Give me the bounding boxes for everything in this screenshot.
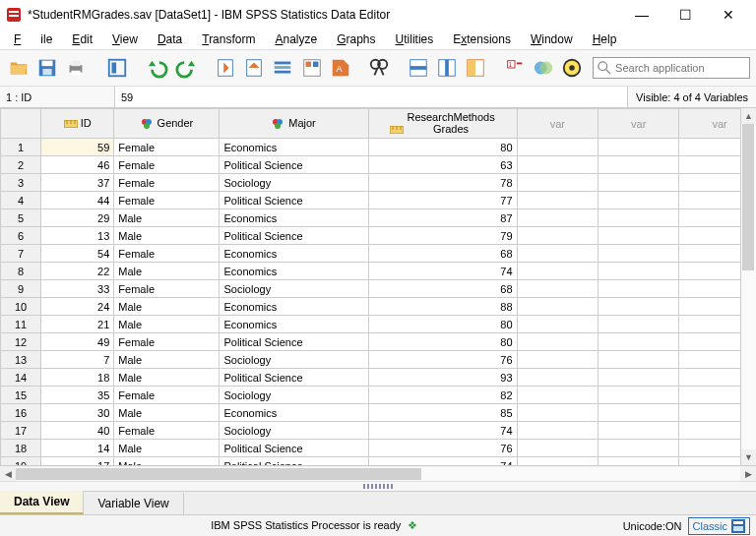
row-number[interactable]: 10 <box>1 298 41 316</box>
cell-major[interactable]: Political Science <box>220 333 368 351</box>
cell-empty[interactable] <box>679 280 740 298</box>
cell-gender[interactable]: Female <box>114 245 220 263</box>
cell-grade[interactable]: 76 <box>368 440 517 457</box>
cell-grade[interactable]: 74 <box>368 422 517 440</box>
cell-major[interactable]: Economics <box>220 316 368 333</box>
cell-empty[interactable] <box>598 174 678 192</box>
cell-empty[interactable] <box>598 387 678 404</box>
scrollbar-track[interactable] <box>16 467 740 481</box>
cell-major[interactable]: Sociology <box>220 174 368 192</box>
scroll-right-icon[interactable]: ▶ <box>740 467 756 481</box>
cell-id[interactable]: 14 <box>41 440 114 457</box>
menu-view[interactable]: View <box>102 30 148 48</box>
minimize-button[interactable]: — <box>620 1 663 29</box>
cell-id[interactable]: 44 <box>41 192 114 209</box>
search-box[interactable] <box>593 57 750 79</box>
cell-empty[interactable] <box>598 298 678 316</box>
cell-id[interactable]: 59 <box>41 139 114 156</box>
cell-empty[interactable] <box>517 404 598 422</box>
cell-empty[interactable] <box>679 404 740 422</box>
cell-empty[interactable] <box>679 174 740 192</box>
cell-empty[interactable] <box>598 351 678 369</box>
row-number[interactable]: 6 <box>1 227 41 245</box>
cell-id[interactable]: 24 <box>41 298 114 316</box>
row-number[interactable]: 17 <box>1 422 41 440</box>
cell-empty[interactable] <box>679 387 740 404</box>
row-number[interactable]: 15 <box>1 387 41 404</box>
menu-utilities[interactable]: Utilities <box>386 30 444 48</box>
column-header-gender[interactable]: Gender <box>114 109 220 139</box>
cell-major[interactable]: Economics <box>220 404 368 422</box>
cell-empty[interactable] <box>679 263 740 280</box>
cell-gender[interactable]: Male <box>114 351 220 369</box>
cell-grade[interactable]: 76 <box>368 351 517 369</box>
cell-grade[interactable]: 78 <box>368 174 517 192</box>
cell-major[interactable]: Economics <box>220 263 368 280</box>
column-header-var[interactable]: var <box>598 109 678 139</box>
cell-gender[interactable]: Male <box>114 263 220 280</box>
row-number[interactable]: 3 <box>1 174 41 192</box>
cell-id[interactable]: 35 <box>41 387 114 404</box>
cell-id[interactable]: 29 <box>41 209 114 227</box>
cell-empty[interactable] <box>517 263 598 280</box>
redo-icon[interactable] <box>174 55 199 81</box>
run-descriptives-icon[interactable] <box>299 55 324 81</box>
cell-id[interactable]: 18 <box>41 369 114 387</box>
scrollbar-track[interactable] <box>741 124 756 449</box>
cell-id[interactable]: 17 <box>41 457 114 466</box>
cell-empty[interactable] <box>517 192 598 209</box>
cell-gender[interactable]: Female <box>114 192 220 209</box>
cell-empty[interactable] <box>679 333 740 351</box>
open-icon[interactable] <box>6 55 31 81</box>
cell-empty[interactable] <box>679 457 740 466</box>
cell-id[interactable]: 37 <box>41 174 114 192</box>
cell-grade[interactable]: 88 <box>368 298 517 316</box>
cell-gender[interactable]: Male <box>114 316 220 333</box>
cell-empty[interactable] <box>679 227 740 245</box>
cell-empty[interactable] <box>517 457 598 466</box>
cell-grade[interactable]: 74 <box>368 457 517 466</box>
cell-grade[interactable]: 87 <box>368 209 517 227</box>
cell-empty[interactable] <box>598 440 678 457</box>
cell-major[interactable]: Political Science <box>220 457 368 466</box>
cell-gender[interactable]: Male <box>114 369 220 387</box>
row-number[interactable]: 16 <box>1 404 41 422</box>
cell-grade[interactable]: 93 <box>368 369 517 387</box>
cell-id[interactable]: 40 <box>41 422 114 440</box>
cell-major[interactable]: Sociology <box>220 387 368 404</box>
cell-id[interactable]: 13 <box>41 227 114 245</box>
cell-empty[interactable] <box>517 280 598 298</box>
cell-major[interactable]: Sociology <box>220 351 368 369</box>
row-number[interactable]: 11 <box>1 316 41 333</box>
column-header-id[interactable]: ID <box>41 109 114 139</box>
cell-grade[interactable]: 85 <box>368 404 517 422</box>
cell-empty[interactable] <box>598 316 678 333</box>
cell-empty[interactable] <box>679 422 740 440</box>
goto-case-icon[interactable] <box>213 55 237 81</box>
cell-major[interactable]: Economics <box>220 209 368 227</box>
value-labels-icon[interactable]: A <box>328 55 352 81</box>
cell-empty[interactable] <box>598 209 678 227</box>
cell-gender[interactable]: Female <box>114 422 220 440</box>
cell-gender[interactable]: Male <box>114 209 220 227</box>
cell-id[interactable]: 49 <box>41 333 114 351</box>
cell-empty[interactable] <box>517 387 598 404</box>
cell-empty[interactable] <box>517 174 598 192</box>
insert-variable-icon[interactable] <box>434 55 459 81</box>
row-number[interactable]: 12 <box>1 333 41 351</box>
menu-data[interactable]: Data <box>148 30 192 48</box>
cell-empty[interactable] <box>679 156 740 174</box>
column-header-researchmethodsgrades[interactable]: ResearchMethods Grades <box>368 109 517 139</box>
corner-cell[interactable] <box>1 109 41 139</box>
cell-gender[interactable]: Male <box>114 404 220 422</box>
cell-gender[interactable]: Female <box>114 174 220 192</box>
cell-major[interactable]: Economics <box>220 139 368 156</box>
print-icon[interactable] <box>64 55 89 81</box>
row-number[interactable]: 1 <box>1 139 41 156</box>
show-all-icon[interactable] <box>560 55 585 81</box>
cell-grade[interactable]: 68 <box>368 280 517 298</box>
menu-graphs[interactable]: Graphs <box>327 30 385 48</box>
scrollbar-thumb[interactable] <box>742 124 754 270</box>
row-number[interactable]: 2 <box>1 156 41 174</box>
maximize-button[interactable]: ☐ <box>663 1 707 29</box>
